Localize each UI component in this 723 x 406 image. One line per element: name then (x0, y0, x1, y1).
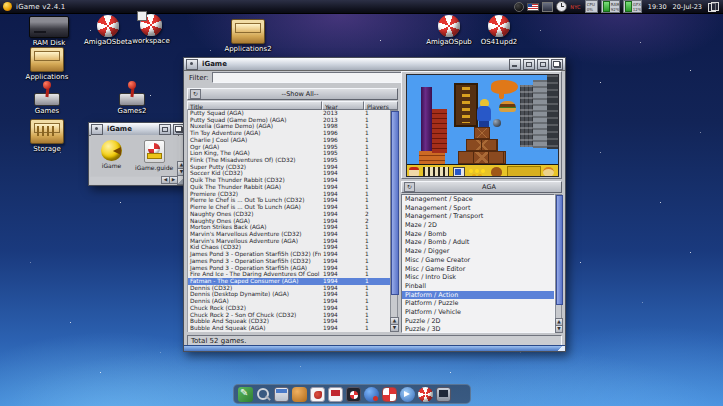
table-row[interactable]: Quik The Thunder Rabbit (CD32)19941 (188, 177, 391, 184)
table-row[interactable]: Premiere (CD32)19941 (188, 191, 391, 198)
igame-coin-icon (101, 140, 122, 161)
genre-item[interactable]: Misc / Intro Disk (402, 273, 554, 282)
genre-item[interactable]: Platform / Vehicle (402, 308, 554, 317)
genre-item[interactable]: Maze / 2D (402, 221, 554, 230)
table-row[interactable]: Putty Squad (AGA)20131 (188, 110, 391, 117)
table-row[interactable]: Morton Strikes Back (AGA)19941 (188, 224, 391, 231)
table-row[interactable]: Chuck Rock 2 - Son Of Chuck (CD32)19941 (188, 312, 391, 319)
window-titlebar[interactable]: iGame (184, 58, 565, 71)
table-row[interactable]: Dennis (Desktop Dynamite) (AGA)19941 (188, 291, 391, 298)
horizontal-scrollbar[interactable]: ◀ ▶ (90, 177, 178, 184)
column-header[interactable]: Year (322, 101, 364, 110)
table-row[interactable]: Quik The Thunder Rabbit (AGA)19941 (188, 184, 391, 191)
desktop-icon-games2[interactable]: Games2 (101, 83, 163, 115)
search-icon[interactable] (256, 387, 271, 402)
screens-icon[interactable] (436, 387, 451, 402)
table-row[interactable]: Kid Chaos (CD32)19941 (188, 244, 391, 251)
iconify-gadget-icon[interactable] (509, 59, 521, 70)
table-row[interactable]: Lion King, The (AGA)19951 (188, 150, 391, 157)
table-row[interactable]: Putty Squad (Game Demo) (AGA)20131 (188, 117, 391, 124)
genre-item[interactable]: Platform / Puzzle (402, 299, 554, 308)
table-row[interactable]: Marvin's Marvellous Adventure (CD32)1994… (188, 231, 391, 238)
desktop-icon-os41upd2[interactable]: OS41upd2 (468, 15, 530, 46)
genre-item[interactable]: Misc / Game Creator (402, 256, 554, 265)
fatman-body-art (477, 106, 491, 121)
table-row[interactable]: Bubble And Squeak (AGA)19941 (188, 325, 391, 332)
game-screenshot[interactable] (406, 74, 559, 177)
document-icon[interactable] (310, 387, 325, 402)
grab-icon[interactable] (346, 387, 361, 402)
screens-docky-icon[interactable] (542, 2, 553, 12)
resize-gadget-icon[interactable] (557, 346, 565, 351)
genre-item[interactable]: Maze / Bomb / Adult (402, 238, 554, 247)
show-filter-cycle[interactable]: ↻ --Show All-- (187, 88, 398, 100)
genre-item[interactable]: Management / Transport (402, 212, 554, 221)
clock-icon[interactable] (556, 1, 567, 12)
game-list-scrollbar[interactable]: ▲ ▼ (390, 110, 398, 332)
browser-icon[interactable] (364, 387, 379, 402)
table-row[interactable]: Chuck Rock (CD32)19941 (188, 305, 391, 312)
scrollbar-thumb[interactable] (556, 195, 563, 305)
genre-item[interactable]: Management / Sport (402, 204, 554, 213)
table-row[interactable]: Tin Toy Adventure (AGA)19961 (188, 130, 391, 137)
table-row[interactable]: Marvin's Marvellous Adventure (AGA)19941 (188, 238, 391, 245)
guide-icon[interactable] (328, 387, 343, 402)
column-header[interactable]: Players (364, 101, 398, 110)
editor-icon[interactable] (274, 387, 289, 402)
jump-gadget-icon[interactable] (523, 59, 535, 70)
close-gadget-icon[interactable] (186, 59, 198, 70)
desktop-icon-applications[interactable]: Applications (16, 47, 78, 81)
notepad-icon[interactable] (238, 387, 253, 402)
table-row[interactable]: James Pond 3 - Operation Starfi5h (CD32)… (188, 258, 391, 265)
net-icon[interactable] (400, 387, 415, 402)
genre-list-scrollbar[interactable]: ▲ ▼ (555, 194, 562, 333)
table-row[interactable]: Fatman - The Caped Consumer (AGA)19941 (188, 278, 391, 285)
clock-date: 20-Jul-23 (673, 3, 702, 11)
sphere-docky-icon[interactable] (514, 2, 524, 12)
table-row[interactable]: Soccer Kid (CD32)19941 (188, 170, 391, 177)
desktop-icon-ramdisk[interactable]: RAM Disk (18, 16, 80, 47)
genre-item[interactable]: Platform / Action (402, 291, 554, 300)
genre-item[interactable]: Misc / Game Editor (402, 265, 554, 274)
table-row[interactable]: Pierre le Chef is ... Out To Lunch (AGA)… (188, 204, 391, 211)
table-row[interactable]: Charlie J Cool (AGA)19961 (188, 137, 391, 144)
table-row[interactable]: Fire And Ice - The Daring Adventures Of … (188, 271, 391, 278)
genre-item[interactable]: Puzzle / 2D (402, 317, 554, 326)
genre-item[interactable]: Maze / Digger (402, 247, 554, 256)
table-row[interactable]: Pierre le Chef is ... Out To Lunch (CD32… (188, 197, 391, 204)
filer-icon[interactable] (292, 387, 307, 402)
table-row[interactable]: Ogr (AGA)19951 (188, 144, 391, 151)
genre-filter-cycle[interactable]: ↻ AGA (401, 181, 562, 193)
scrollbar-thumb[interactable] (391, 111, 399, 295)
game-players-cell: 1 (363, 157, 389, 164)
table-row[interactable]: Dennis (AGA)19941 (188, 298, 391, 305)
keymap-flag-icon[interactable] (527, 3, 539, 11)
igame-tool-icon[interactable]: iGame (101, 140, 122, 169)
genre-item[interactable]: Puzzle / 3D (402, 325, 554, 333)
igame-guide-icon-item[interactable]: iGame.guide (135, 140, 173, 171)
desktop-icon-games[interactable]: Games (16, 83, 78, 115)
zoom-gadget-icon[interactable] (159, 124, 171, 135)
genre-item[interactable]: Management / Space (402, 195, 554, 204)
table-row[interactable]: Naughty Ones (AGA)19942 (188, 218, 391, 225)
boing-icon[interactable] (418, 387, 433, 402)
table-row[interactable]: Dennis (CD32)19941 (188, 285, 391, 292)
table-row[interactable]: James Pond 3 - Operation Starfi5h (CD32)… (188, 251, 391, 258)
depth-gadget-icon[interactable] (551, 59, 563, 70)
games-icon[interactable] (382, 387, 397, 402)
zoom-gadget-icon[interactable] (537, 59, 549, 70)
desktop-icon-storage[interactable]: Storage (16, 119, 78, 153)
table-row[interactable]: Naughty Ones (CD32)19942 (188, 211, 391, 218)
desktop-icon-applications2[interactable]: Applications2 (217, 19, 279, 53)
table-row[interactable]: Nuxelia (Game Demo) (AGA)19981 (188, 123, 391, 130)
table-row[interactable]: Bubble And Squeak (CD32)19941 (188, 318, 391, 325)
commodity-icon[interactable] (708, 2, 718, 11)
column-header[interactable]: Title (187, 101, 322, 110)
genre-item[interactable]: Pinball (402, 282, 554, 291)
table-row[interactable]: Flink (The Misadventures Of) (CD32)19951 (188, 157, 391, 164)
table-row[interactable]: James Pond 3 - Operation Starfi5h (AGA)1… (188, 265, 391, 272)
close-gadget-icon[interactable] (91, 124, 103, 135)
table-row[interactable]: Super Putty (CD32)19941 (188, 164, 391, 171)
desktop-icon-workspace[interactable]: workspace (120, 14, 182, 45)
genre-item[interactable]: Maze / Bomb (402, 230, 554, 239)
